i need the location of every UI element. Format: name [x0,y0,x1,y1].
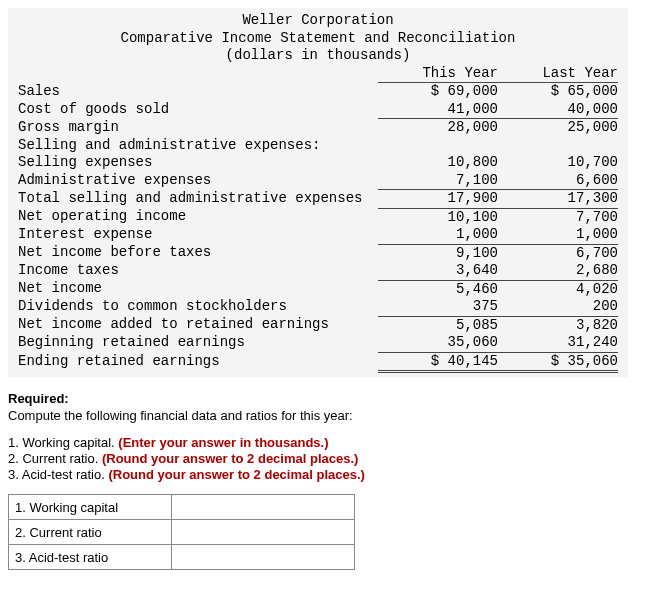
cell-value: 3,820 [498,316,618,334]
row-label: Dividends to common stockholders [18,298,378,316]
cell-value: 35,060 [378,334,498,352]
company-name: Weller Corporation [18,12,618,30]
cell-value: 1,000 [378,226,498,244]
q-hint: (Round your answer to 2 decimal places.) [102,451,358,466]
row-interest-expense: Interest expense 1,000 1,000 [18,226,618,244]
row-label: Total selling and administrative expense… [18,190,378,209]
cell-value: 1,000 [498,226,618,244]
required-heading: Required: [8,391,69,406]
row-admin-exp: Administrative expenses 7,100 6,600 [18,172,618,190]
row-cogs: Cost of goods sold 41,000 40,000 [18,101,618,119]
cell-value: 28,000 [378,119,498,137]
row-label: Net operating income [18,208,378,226]
row-label: Administrative expenses [18,172,378,190]
row-label: Ending retained earnings [18,352,378,372]
cell-value: 4,020 [498,280,618,298]
cell-value: 6,600 [498,172,618,190]
cell-value: 7,100 [378,172,498,190]
answer-input-working-capital[interactable] [172,495,355,520]
row-label: Gross margin [18,119,378,137]
row-net-operating-income: Net operating income 10,100 7,700 [18,208,618,226]
cell-value: 200 [498,298,618,316]
column-header-row: This Year Last Year [18,65,618,83]
question-1: 1. Working capital. (Enter your answer i… [8,435,654,450]
cell-value: $ 35,060 [498,352,618,372]
statement-title: Comparative Income Statement and Reconci… [18,30,618,48]
cell-value: $ 69,000 [378,83,498,101]
row-dividends: Dividends to common stockholders 375 200 [18,298,618,316]
cell-value: 17,300 [498,190,618,209]
row-label: Net income added to retained earnings [18,316,378,334]
q-text: 3. Acid-test ratio. [8,467,108,482]
cell-value: 10,100 [378,208,498,226]
row-total-sae: Total selling and administrative expense… [18,190,618,209]
cell-value: 375 [378,298,498,316]
q-text: 2. Current ratio. [8,451,102,466]
cell-value: $ 65,000 [498,83,618,101]
answer-label: 2. Current ratio [9,520,172,545]
q-hint: (Round your answer to 2 decimal places.) [108,467,364,482]
statement-units: (dollars in thousands) [18,47,618,65]
col-last-year: Last Year [498,65,618,83]
row-label: Net income [18,280,378,298]
q-text: 1. Working capital. [8,435,118,450]
col-this-year: This Year [378,65,498,83]
cell-value: 3,640 [378,262,498,280]
question-3: 3. Acid-test ratio. (Round your answer t… [8,467,654,482]
required-section: Required: Compute the following financia… [8,391,654,570]
row-label: Income taxes [18,262,378,280]
answer-row-1: 1. Working capital [9,495,355,520]
cell-value: 7,700 [498,208,618,226]
cell-value: 2,680 [498,262,618,280]
row-sales: Sales $ 69,000 $ 65,000 [18,83,618,101]
row-net-income: Net income 5,460 4,020 [18,280,618,298]
row-sae-header: Selling and administrative expenses: [18,137,618,155]
row-label: Beginning retained earnings [18,334,378,352]
financial-table: This Year Last Year Sales $ 69,000 $ 65,… [18,65,618,374]
row-ni-added-re: Net income added to retained earnings 5,… [18,316,618,334]
cell-value: 40,000 [498,101,618,119]
q-hint: (Enter your answer in thousands.) [118,435,328,450]
row-income-taxes: Income taxes 3,640 2,680 [18,262,618,280]
row-beg-re: Beginning retained earnings 35,060 31,24… [18,334,618,352]
income-statement-block: Weller Corporation Comparative Income St… [8,8,628,377]
cell-value: 9,100 [378,244,498,262]
cell-value: $ 40,145 [378,352,498,372]
cell-value: 41,000 [378,101,498,119]
row-nibt: Net income before taxes 9,100 6,700 [18,244,618,262]
row-label: Selling and administrative expenses: [18,137,618,155]
row-label: Interest expense [18,226,378,244]
cell-value: 25,000 [498,119,618,137]
question-list: 1. Working capital. (Enter your answer i… [8,435,654,482]
question-2: 2. Current ratio. (Round your answer to … [8,451,654,466]
cell-value: 5,085 [378,316,498,334]
answer-input-current-ratio[interactable] [172,520,355,545]
answer-row-3: 3. Acid-test ratio [9,545,355,570]
row-gross-margin: Gross margin 28,000 25,000 [18,119,618,137]
row-label: Net income before taxes [18,244,378,262]
answer-row-2: 2. Current ratio [9,520,355,545]
cell-value: 10,700 [498,154,618,172]
answer-label: 1. Working capital [9,495,172,520]
row-label: Selling expenses [18,154,378,172]
cell-value: 10,800 [378,154,498,172]
cell-value: 6,700 [498,244,618,262]
cell-value: 17,900 [378,190,498,209]
cell-value: 31,240 [498,334,618,352]
cell-value: 5,460 [378,280,498,298]
row-label: Sales [18,83,378,101]
required-instruction: Compute the following financial data and… [8,408,654,423]
answer-input-acid-test-ratio[interactable] [172,545,355,570]
row-selling-exp: Selling expenses 10,800 10,700 [18,154,618,172]
answer-label: 3. Acid-test ratio [9,545,172,570]
row-end-re: Ending retained earnings $ 40,145 $ 35,0… [18,352,618,372]
row-label: Cost of goods sold [18,101,378,119]
answer-table: 1. Working capital 2. Current ratio 3. A… [8,494,355,570]
